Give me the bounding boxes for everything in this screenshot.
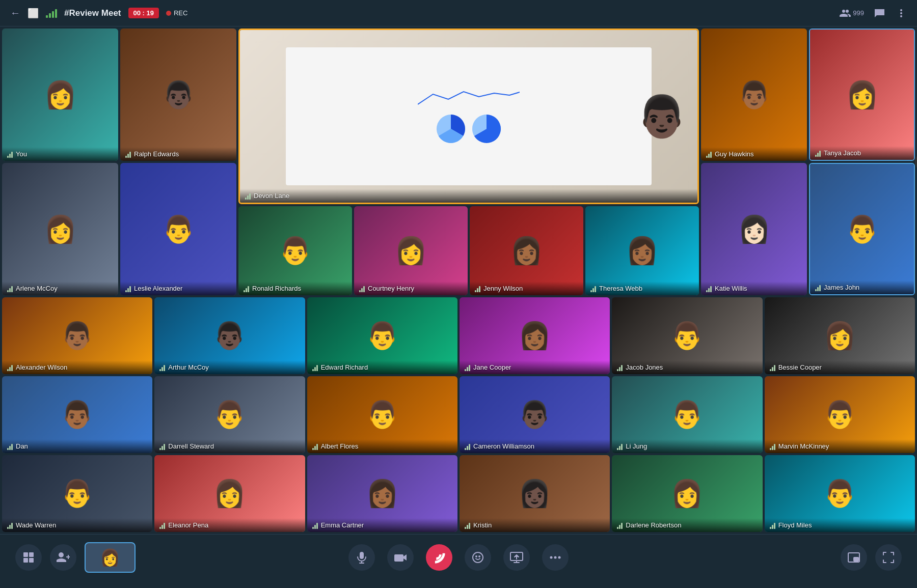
participant-cell-ralph-edwards[interactable]: 👨🏿 Ralph Edwards — [120, 29, 236, 161]
screen-share-button[interactable] — [503, 544, 530, 571]
svg-point-12 — [550, 556, 553, 558]
svg-point-8 — [473, 552, 483, 563]
participant-cell-wade-warren[interactable]: 👨 Wade Warren — [2, 455, 152, 532]
top-section: 👩 You 👨🏿 Ralph Edwards 👩 Arlene McCoy 👨 — [0, 26, 917, 297]
svg-rect-4 — [23, 558, 28, 563]
back-button[interactable]: ← — [10, 7, 20, 19]
participant-avatar-leslie: 👨 — [120, 163, 236, 295]
participant-cell-edward-richard[interactable]: 👨 Edward Richard — [307, 297, 457, 374]
chart-area — [436, 114, 502, 144]
featured-video-cell[interactable]: 👨🏿 Devon Lane — [238, 29, 699, 204]
name-label-floyd: Floyd Miles — [765, 518, 915, 532]
participant-cell-guy-hawkins[interactable]: 👨🏾 Guy Hawkins — [701, 29, 807, 161]
participant-cell-tanya-jacob[interactable]: 👩 Tanya Jacob — [809, 29, 915, 161]
participant-cell-floyd-miles[interactable]: 👨 Floyd Miles — [765, 455, 915, 532]
featured-video-wrapper: 👨🏿 Devon Lane — [238, 29, 699, 204]
name-label-james: James John — [810, 281, 914, 294]
row4-section: 👨🏾 Dan 👨 Darrell Steward 👨 Albert Flores… — [0, 376, 917, 455]
participant-cell-courtney-henry[interactable]: 👩 Courtney Henry — [354, 206, 468, 295]
toolbar-center — [348, 544, 569, 571]
name-label-kristin: Kristin — [460, 518, 610, 532]
svg-point-9 — [476, 556, 477, 557]
svg-rect-5 — [29, 558, 34, 563]
fullscreen-button[interactable] — [875, 544, 902, 571]
signal-strength — [46, 9, 57, 18]
name-label-darlene: Darlene Robertson — [612, 518, 762, 532]
emoji-button[interactable] — [465, 544, 491, 571]
participant-cell-li-jung[interactable]: 👨 Li Jung — [612, 376, 762, 453]
participant-avatar-you: 👩 — [2, 29, 118, 161]
name-text-you: You — [16, 150, 27, 158]
top-center: 👨🏿 Devon Lane 👨 Ronald Richards 👩 — [238, 29, 699, 295]
participant-cell-albert-flores[interactable]: 👨 Albert Flores — [307, 376, 457, 453]
name-label-eleanor: Eleanor Pena — [154, 518, 305, 532]
mic-button[interactable] — [348, 544, 375, 571]
signal-devon — [245, 192, 251, 200]
chat-icon[interactable] — [874, 8, 885, 18]
svg-point-14 — [558, 556, 561, 558]
row5-section: 👨 Wade Warren 👩 Eleanor Pena 👩🏾 Emma Car… — [0, 455, 917, 534]
name-label-tanya: Tanya Jacob — [810, 146, 914, 160]
name-label-ronald: Ronald Richards — [238, 282, 352, 295]
screen-share-icon: ⬜ — [28, 8, 39, 19]
participant-cell-arlene-mccoy[interactable]: 👩 Arlene McCoy — [2, 163, 118, 295]
participant-cell-kristin[interactable]: 👩🏿 Kristin — [460, 455, 610, 532]
name-label-ralph-edwards: Ralph Edwards — [120, 147, 236, 161]
presenter-background: 👨🏿 — [240, 30, 697, 203]
header: ← ⬜ #Review Meet 00 : 19 REC 999 — [0, 0, 917, 26]
name-label-li: Li Jung — [612, 439, 762, 453]
top-left-grid: 👩 You 👨🏿 Ralph Edwards 👩 Arlene McCoy 👨 — [2, 29, 236, 295]
timer-badge: 00 : 19 — [128, 8, 159, 18]
name-text-arlene: Arlene McCoy — [16, 285, 58, 292]
participant-cell-darrell-steward[interactable]: 👨 Darrell Steward — [154, 376, 305, 453]
participant-cell-leslie-alexander[interactable]: 👨 Leslie Alexander — [120, 163, 236, 295]
name-label-arthur: Arthur McCoy — [154, 360, 305, 374]
svg-rect-16 — [854, 557, 858, 561]
participant-cell-james-john[interactable]: 👨 James John — [809, 163, 915, 295]
toolbar-right — [841, 544, 902, 571]
rec-badge: REC — [166, 9, 187, 17]
name-label-arlene: Arlene McCoy — [2, 282, 118, 295]
pip-button[interactable] — [841, 544, 867, 571]
participant-cell-jane-cooper[interactable]: 👩🏾 Jane Cooper — [460, 297, 610, 374]
camera-button[interactable] — [387, 544, 414, 571]
self-preview[interactable]: 👩 — [85, 542, 136, 573]
name-label-marvin: Marvin McKinney — [765, 439, 915, 453]
grid-view-button[interactable] — [15, 544, 42, 571]
participant-cell-bessie-cooper[interactable]: 👩 Bessie Cooper — [765, 297, 915, 374]
name-label-guy: Guy Hawkins — [701, 147, 807, 161]
participant-cell-jenny-wilson[interactable]: 👩🏾 Jenny Wilson — [470, 206, 583, 295]
page-next-button[interactable]: 31 › — [915, 152, 917, 172]
participant-cell-alexander-wilson[interactable]: 👨🏾 Alexander Wilson — [2, 297, 152, 374]
svg-point-13 — [554, 556, 557, 558]
participant-cell-cameron-williamson[interactable]: 👨🏿 Cameron Williamson — [460, 376, 610, 453]
participant-cell-eleanor-pena[interactable]: 👩 Eleanor Pena — [154, 455, 305, 532]
rec-dot — [166, 11, 171, 16]
name-label-darrell: Darrell Steward — [154, 439, 305, 453]
self-preview-avatar: 👩 — [100, 548, 120, 567]
name-label-albert: Albert Flores — [307, 439, 457, 453]
participant-cell-katie-willis[interactable]: 👩🏻 Katie Willis — [701, 163, 807, 295]
participants-icon[interactable]: 999 — [840, 9, 864, 18]
participant-avatar-arlene: 👩 — [2, 163, 118, 295]
name-label-alexander: Alexander Wilson — [2, 360, 152, 374]
participant-cell-marvin-mckinney[interactable]: 👨 Marvin McKinney — [765, 376, 915, 453]
header-left: ← ⬜ #Review Meet 00 : 19 REC — [10, 7, 187, 19]
participant-cell-dan[interactable]: 👨🏾 Dan — [2, 376, 152, 453]
participant-cell-emma-cartner[interactable]: 👩🏾 Emma Cartner — [307, 455, 457, 532]
name-label-theresa: Theresa Webb — [585, 282, 699, 295]
participant-cell-theresa-webb[interactable]: 👩🏾 Theresa Webb — [585, 206, 699, 295]
participant-avatar-guy: 👨🏾 — [701, 29, 807, 161]
participant-cell-jacob-jones[interactable]: 👨 Jacob Jones — [612, 297, 762, 374]
participant-cell-you[interactable]: 👩 You — [2, 29, 118, 161]
svg-rect-2 — [23, 552, 28, 557]
participant-cell-ronald-richards[interactable]: 👨 Ronald Richards — [238, 206, 352, 295]
presenter-content — [286, 47, 652, 185]
end-call-button[interactable] — [426, 544, 452, 571]
signal-arlene — [7, 285, 13, 292]
more-button[interactable] — [542, 544, 569, 571]
participant-cell-arthur-mccoy[interactable]: 👨🏿 Arthur McCoy — [154, 297, 305, 374]
add-participant-button[interactable] — [50, 544, 76, 571]
more-options-icon[interactable] — [896, 8, 907, 18]
participant-cell-darlene-robertson[interactable]: 👩 Darlene Robertson — [612, 455, 762, 532]
